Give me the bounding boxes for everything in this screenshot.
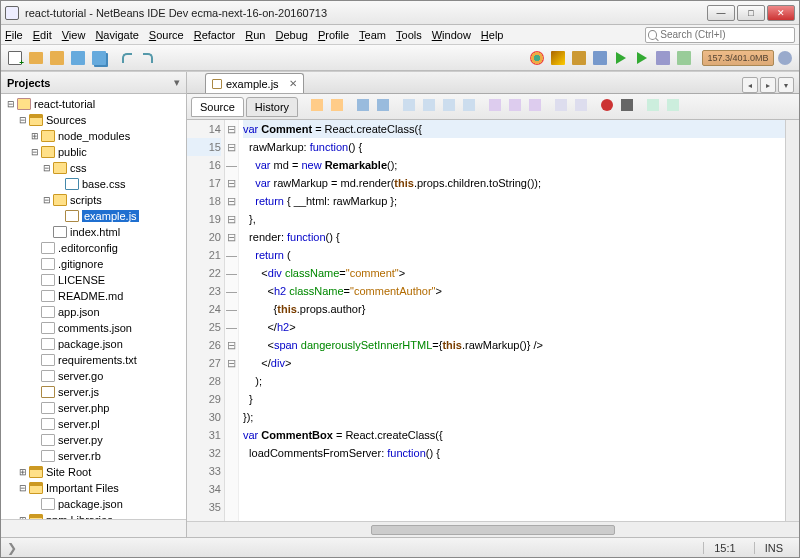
tree-twisty[interactable]: ⊟ <box>17 482 29 494</box>
find-next-button[interactable] <box>420 98 438 116</box>
bookmark-next-button[interactable] <box>506 98 524 116</box>
toggle-hl-button[interactable] <box>460 98 478 116</box>
find-sel-button[interactable] <box>440 98 458 116</box>
bookmark-prev-button[interactable] <box>486 98 504 116</box>
redo-button[interactable] <box>138 48 158 68</box>
tree-node-app-json[interactable]: app.json <box>1 304 186 320</box>
code-editor[interactable]: 1415161718192021222324252627282930313233… <box>187 120 799 521</box>
menu-run[interactable]: Run <box>245 29 265 41</box>
editor-tool[interactable] <box>308 98 326 116</box>
tree-node-server-pl[interactable]: server.pl <box>1 416 186 432</box>
tree-twisty[interactable]: ⊞ <box>17 466 29 478</box>
profile-button[interactable] <box>653 48 673 68</box>
tree-node-npm-libraries[interactable]: ⊞npm Libraries <box>1 512 186 519</box>
macro-rec-button[interactable] <box>598 98 616 116</box>
menu-team[interactable]: Team <box>359 29 386 41</box>
find-prev-button[interactable] <box>400 98 418 116</box>
menu-file[interactable]: File <box>5 29 23 41</box>
tree-node-css[interactable]: ⊟css <box>1 160 186 176</box>
wand-button[interactable] <box>548 48 568 68</box>
output-toggle-icon[interactable]: ❯ <box>7 541 17 555</box>
tree-tool-1[interactable] <box>5 523 17 535</box>
uncomment-button[interactable] <box>664 98 682 116</box>
search-input[interactable] <box>660 29 792 40</box>
open-button[interactable] <box>47 48 67 68</box>
menu-profile[interactable]: Profile <box>318 29 349 41</box>
tree-node--editorconfig[interactable]: .editorconfig <box>1 240 186 256</box>
shift-left-button[interactable] <box>552 98 570 116</box>
tree-twisty[interactable]: ⊟ <box>5 98 17 110</box>
file-tab-example[interactable]: example.js ✕ <box>205 73 304 93</box>
menu-debug[interactable]: Debug <box>275 29 307 41</box>
tree-node--gitignore[interactable]: .gitignore <box>1 256 186 272</box>
tree-node-site-root[interactable]: ⊞Site Root <box>1 464 186 480</box>
line-gutter[interactable]: 1415161718192021222324252627282930313233… <box>187 120 225 521</box>
tree-node-server-js[interactable]: server.js <box>1 384 186 400</box>
comment-button[interactable] <box>644 98 662 116</box>
close-tab-icon[interactable]: ✕ <box>289 78 297 89</box>
tree-node-server-php[interactable]: server.php <box>1 400 186 416</box>
undo-button[interactable] <box>117 48 137 68</box>
run-button[interactable] <box>611 48 631 68</box>
save-all-button[interactable] <box>89 48 109 68</box>
code-text[interactable]: var Comment = React.createClass({ rawMar… <box>239 120 785 521</box>
tree-twisty[interactable]: ⊟ <box>41 162 53 174</box>
shift-right-button[interactable] <box>572 98 590 116</box>
tree-node-package-json[interactable]: package.json <box>1 496 186 512</box>
macro-stop-button[interactable] <box>618 98 636 116</box>
tree-node-comments-json[interactable]: comments.json <box>1 320 186 336</box>
tree-node-readme-md[interactable]: README.md <box>1 288 186 304</box>
clean-button[interactable] <box>590 48 610 68</box>
fold-column[interactable]: ⊟⊟—⊟⊟⊟⊟—————⊟⊟ <box>225 120 239 521</box>
tree-node-node-modules[interactable]: ⊞node_modules <box>1 128 186 144</box>
nav-back-button[interactable] <box>354 98 372 116</box>
menu-edit[interactable]: Edit <box>33 29 52 41</box>
tree-node-base-css[interactable]: base.css <box>1 176 186 192</box>
tab-list-button[interactable]: ▾ <box>778 77 794 93</box>
menu-window[interactable]: Window <box>432 29 471 41</box>
tree-node-server-go[interactable]: server.go <box>1 368 186 384</box>
tree-node-server-py[interactable]: server.py <box>1 432 186 448</box>
projects-minimize-icon[interactable]: ▾ <box>174 76 180 89</box>
tree-twisty[interactable]: ⊟ <box>41 194 53 206</box>
nav-fwd-button[interactable] <box>374 98 392 116</box>
new-project-button[interactable] <box>26 48 46 68</box>
editor-tool[interactable] <box>328 98 346 116</box>
menu-tools[interactable]: Tools <box>396 29 422 41</box>
tree-twisty[interactable]: ⊞ <box>29 130 41 142</box>
tree-node-example-js[interactable]: example.js <box>1 208 186 224</box>
close-button[interactable]: ✕ <box>767 5 795 21</box>
search-box[interactable] <box>645 27 795 43</box>
menu-source[interactable]: Source <box>149 29 184 41</box>
build-button[interactable] <box>569 48 589 68</box>
debug-button[interactable] <box>632 48 652 68</box>
vertical-scrollbar[interactable] <box>785 120 799 521</box>
source-view-tab[interactable]: Source <box>191 97 244 117</box>
tab-scroll-right[interactable]: ▸ <box>760 77 776 93</box>
tree-node-important-files[interactable]: ⊟Important Files <box>1 480 186 496</box>
tree-node-requirements-txt[interactable]: requirements.txt <box>1 352 186 368</box>
tree-node-sources[interactable]: ⊟Sources <box>1 112 186 128</box>
bookmark-toggle-button[interactable] <box>526 98 544 116</box>
tree-tool-2[interactable] <box>21 523 33 535</box>
tree-node-license[interactable]: LICENSE <box>1 272 186 288</box>
browser-icon[interactable] <box>527 48 547 68</box>
minimize-button[interactable]: — <box>707 5 735 21</box>
menu-help[interactable]: Help <box>481 29 504 41</box>
tree-node-server-rb[interactable]: server.rb <box>1 448 186 464</box>
tree-node-public[interactable]: ⊟public <box>1 144 186 160</box>
tab-scroll-left[interactable]: ◂ <box>742 77 758 93</box>
menu-refactor[interactable]: Refactor <box>194 29 236 41</box>
tree-node-index-html[interactable]: index.html <box>1 224 186 240</box>
gc-button[interactable] <box>775 48 795 68</box>
tree-tool-3[interactable] <box>37 523 49 535</box>
tree-node-react-tutorial[interactable]: ⊟react-tutorial <box>1 96 186 112</box>
new-file-button[interactable] <box>5 48 25 68</box>
memory-indicator[interactable]: 157.3/401.0MB <box>702 50 774 66</box>
attach-button[interactable] <box>674 48 694 68</box>
maximize-button[interactable]: □ <box>737 5 765 21</box>
tree-twisty[interactable]: ⊟ <box>29 146 41 158</box>
tree-twisty[interactable]: ⊟ <box>17 114 29 126</box>
menu-navigate[interactable]: Navigate <box>95 29 138 41</box>
menu-view[interactable]: View <box>62 29 86 41</box>
